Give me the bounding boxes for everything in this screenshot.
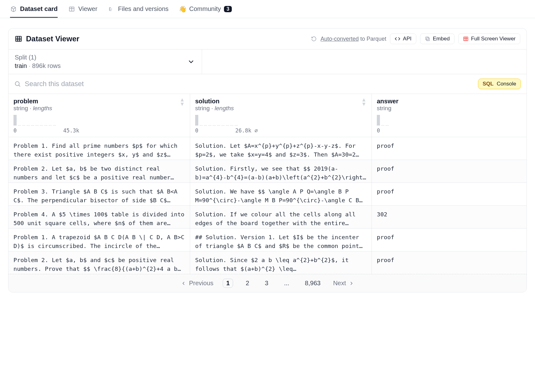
column-name: problem [13,98,52,105]
table-row[interactable]: Problem 3. Triangle $A B C$ is such that… [8,183,527,206]
console-label: Console [497,81,516,87]
copy-icon [425,36,430,42]
column-type: string · lengths [13,105,52,112]
svg-point-5 [15,82,19,86]
api-button[interactable]: API [390,34,416,44]
column-type: string [377,105,398,112]
column-name: solution [195,98,234,105]
cell-problem: Problem 1. Find all prime numbers $p$ fo… [8,137,190,160]
tab-dataset-card[interactable]: Dataset card [10,0,58,18]
column-header-solution[interactable]: solution string · lengths ▲▼ 026.8k ⌀ [190,94,372,137]
cell-solution: Solution. We have $$ \angle A P Q=\angle… [190,183,372,205]
table-row[interactable]: Problem 2. Let $a, b$ and $c$ be positiv… [8,251,527,274]
column-type: string · lengths [195,105,234,112]
cell-answer: proof [372,251,527,274]
search-row: SQL Console [8,74,527,94]
wave-emoji-icon: 👋 [179,6,186,13]
embed-button[interactable]: Embed [420,34,454,44]
page-last[interactable]: 8,963 [302,279,324,287]
cell-solution: ## Solution. Version 1. Let $I$ be the i… [190,229,372,251]
dataset-viewer-panel: Dataset Viewer Auto-converted to Parquet… [8,28,527,292]
cell-answer: proof [372,137,527,160]
cell-problem: Problem 2. Let $a, b$ be two distinct re… [8,160,190,183]
panel-actions: Auto-converted to Parquet API Embed Full… [311,34,520,44]
histogram [377,115,522,126]
search-icon [14,80,21,87]
chevron-right-icon [349,281,354,286]
tabs-bar: Dataset card Viewer Files and versions 👋… [0,0,535,18]
tab-label: Community [189,5,221,13]
tree-icon [108,6,115,13]
cell-solution: Solution. If we colour all the cells alo… [190,206,372,228]
tab-label: Viewer [78,5,97,13]
cell-problem: Problem 4. A $5 \times 100$ table is div… [8,206,190,228]
page-1[interactable]: 1 [223,279,233,288]
to-parquet-text: to Parquet [359,36,386,42]
cell-solution: Solution. Since $2 a b \leq a^{2}+b^{2}$… [190,251,372,274]
search-input[interactable] [25,80,478,88]
panel-title-text: Dataset Viewer [26,34,79,43]
tab-label: Files and versions [118,5,169,13]
page-ellipsis: ... [281,279,293,287]
code-icon [395,36,400,42]
histogram [13,115,185,126]
table-row[interactable]: Problem 2. Let $a, b$ be two distinct re… [8,160,527,183]
histo-range: 0 [377,127,522,134]
split-label: Split (1) [15,54,61,61]
table-row[interactable]: Problem 1. Find all prime numbers $p$ fo… [8,137,527,160]
sort-icon[interactable]: ▲▼ [179,98,185,106]
cell-answer: proof [372,183,527,205]
chevron-left-icon [181,281,186,286]
cube-icon [10,6,17,13]
sql-console-button[interactable]: SQL Console [478,79,521,89]
community-count-badge: 3 [224,6,232,12]
table-row[interactable]: Problem 4. A $5 \times 100$ table is div… [8,206,527,229]
svg-rect-4 [464,37,468,41]
svg-rect-3 [426,37,429,40]
split-value: train · 896k rows [15,62,61,70]
split-selector[interactable]: Split (1) train · 896k rows [8,49,202,74]
panel-header: Dataset Viewer Auto-converted to Parquet… [8,28,527,49]
cell-problem: Problem 1. A trapezoid $A B C D(A B \| C… [8,229,190,251]
svg-rect-1 [16,36,21,41]
column-name: answer [377,98,398,105]
column-header-answer[interactable]: answer string 0 [372,94,527,137]
cell-solution: Solution. Firstly, we see that $$ 2019(a… [190,160,372,183]
fullscreen-label: Full Screen Viewer [471,36,516,42]
prev-button[interactable]: Previous [181,280,213,287]
auto-converted-link[interactable]: Auto-converted [320,36,359,42]
fullscreen-button[interactable]: Full Screen Viewer [458,34,520,44]
table-icon [68,6,75,13]
cell-answer: proof [372,229,527,251]
chevron-down-icon [187,57,195,66]
tab-files[interactable]: Files and versions [108,0,169,18]
histogram [195,115,366,126]
refresh-icon[interactable] [311,36,317,42]
api-label: API [403,36,411,42]
panel-title: Dataset Viewer [15,34,79,43]
cell-answer: 302 [372,206,527,228]
svg-rect-2 [427,38,429,41]
pagination: Previous 1 2 3 ... 8,963 Next [8,274,527,292]
cell-problem: Problem 2. Let $a, b$ and $c$ be positiv… [8,251,190,274]
page-2[interactable]: 2 [242,279,252,287]
grid-icon [15,35,22,43]
cell-problem: Problem 3. Triangle $A B C$ is such that… [8,183,190,205]
table-rows: Problem 1. Find all prime numbers $p$ fo… [8,137,527,274]
cell-answer: proof [372,160,527,183]
next-button[interactable]: Next [333,280,354,287]
tab-label: Dataset card [20,5,58,13]
sort-icon[interactable]: ▲▼ [361,98,366,106]
tab-community[interactable]: 👋 Community 3 [179,0,232,18]
page-3[interactable]: 3 [262,279,272,287]
cell-solution: Solution. Let $A=x^{p}+y^{p}+z^{p}-x-y-z… [190,137,372,160]
split-row: Split (1) train · 896k rows [8,49,527,74]
columns-header: problem string · lengths ▲▼ 045.3k solut… [8,94,527,137]
column-header-problem[interactable]: problem string · lengths ▲▼ 045.3k [8,94,190,137]
grid-red-icon [463,36,469,42]
embed-label: Embed [433,36,450,42]
sql-badge: SQL [483,81,494,87]
table-row[interactable]: Problem 1. A trapezoid $A B C D(A B \| C… [8,229,527,251]
histo-range: 026.8k ⌀ [195,127,258,134]
tab-viewer[interactable]: Viewer [68,0,97,18]
